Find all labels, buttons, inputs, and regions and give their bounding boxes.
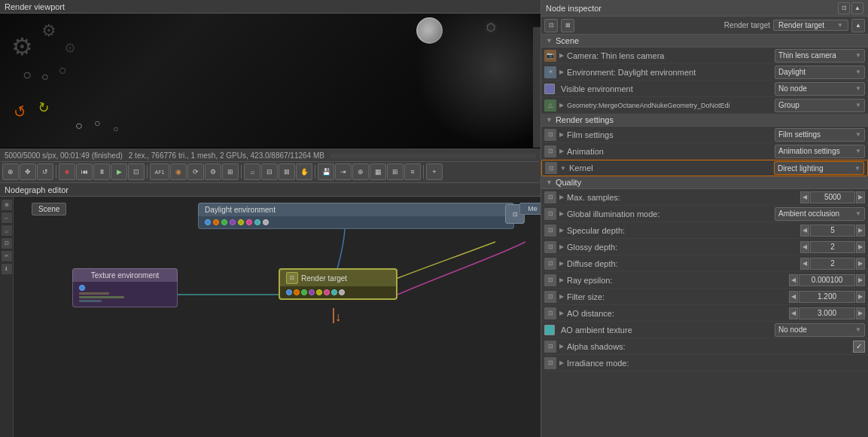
rt-port-4[interactable] (309, 289, 315, 295)
rt-port-8[interactable] (339, 289, 345, 295)
filter-stepper[interactable]: ◀ 1.200 ▶ (789, 291, 865, 303)
gi-dropdown[interactable]: Ambient occlusion ▼ (775, 207, 865, 221)
diffuse-value[interactable]: 2 (810, 258, 855, 270)
inspector-content[interactable]: ▼ Scene 📷 ▶ Camera: Thin lens camera Thi… (541, 35, 868, 437)
specular-dec[interactable]: ◀ (800, 225, 809, 237)
port-7[interactable] (254, 219, 260, 225)
render-target-dropdown[interactable]: Render target ▼ (773, 20, 848, 31)
tool-clone[interactable]: ⊕ (352, 163, 369, 180)
inspector-btn-1[interactable]: ⊡ (838, 2, 850, 14)
node-side-select[interactable]: ⊕ (2, 200, 12, 210)
inspector-tool-2[interactable]: ⊠ (561, 19, 574, 32)
filter-value[interactable]: 1.200 (799, 291, 855, 303)
tool-frame[interactable]: ⊟ (261, 163, 278, 180)
tool-color[interactable]: ◉ (170, 163, 187, 180)
ray-value[interactable]: 0.000100 (799, 274, 855, 286)
rt-port-3[interactable] (301, 289, 307, 295)
specular-inc[interactable]: ▶ (856, 225, 865, 237)
tool-af[interactable]: AF1 (150, 163, 169, 180)
node-side-frame[interactable]: ⊡ (2, 238, 12, 249)
max-samples-value[interactable]: 5000 (810, 191, 855, 203)
glossy-dec[interactable]: ◀ (800, 241, 809, 253)
tool-zoom[interactable]: ⌕ (244, 163, 260, 180)
node-side-move[interactable]: ↔ (2, 212, 12, 223)
me-node[interactable]: Me (519, 203, 541, 215)
node-graph-area[interactable]: Scene Daylight envir (14, 197, 541, 437)
tool-save[interactable]: 💾 (318, 163, 334, 180)
node-side-zoom[interactable]: ⌕ (2, 225, 12, 236)
port-8[interactable] (263, 219, 269, 225)
max-samples-stepper[interactable]: ◀ 5000 ▶ (800, 191, 865, 203)
rt-port-6[interactable] (324, 289, 330, 295)
rt-port-2[interactable] (294, 289, 300, 295)
specular-stepper[interactable]: ◀ 5 ▶ (800, 225, 865, 237)
node-side-info[interactable]: ℹ (2, 264, 12, 274)
visible-env-dropdown[interactable]: No node ▼ (775, 82, 865, 96)
ao-dist-value[interactable]: 3.000 (799, 307, 855, 319)
tool-stop[interactable]: ■ (59, 163, 75, 180)
tool-move[interactable]: ✥ (20, 163, 36, 180)
port-2[interactable] (213, 219, 219, 225)
animation-dropdown[interactable]: Animation settings ▼ (775, 145, 865, 158)
rt-port-5[interactable] (316, 289, 322, 295)
ray-inc[interactable]: ▶ (856, 274, 865, 286)
tool-record[interactable]: ⊡ (128, 163, 145, 180)
glossy-value[interactable]: 2 (810, 241, 855, 253)
render-settings-section-header[interactable]: ▼ Render settings (541, 114, 868, 127)
tool-refresh[interactable]: ⟳ (187, 163, 204, 180)
port-3[interactable] (221, 219, 227, 225)
tool-play[interactable]: ▶ (111, 163, 127, 180)
tool-pause[interactable]: ⏸ (93, 163, 110, 180)
daylight-node[interactable]: Daylight environment ⊡ (198, 203, 514, 229)
tool-rotate[interactable]: ↺ (37, 163, 53, 180)
tool-more2[interactable]: ⊞ (387, 163, 404, 180)
tool-prev[interactable]: ⏮ (76, 163, 93, 180)
tool-more3[interactable]: ≡ (404, 163, 421, 180)
camera-dropdown[interactable]: Thin lens camera ▼ (775, 49, 865, 63)
inspector-tool-1[interactable]: ⊡ (544, 19, 558, 32)
geometry-dropdown[interactable]: Group ▼ (775, 99, 865, 112)
ao-dist-inc[interactable]: ▶ (856, 307, 865, 319)
ao-dist-stepper[interactable]: ◀ 3.000 ▶ (789, 307, 865, 319)
inspector-tool-expand[interactable]: ▲ (851, 19, 865, 32)
nodegraph-canvas[interactable]: ⊕ ↔ ⌕ ⊡ ✂ ℹ Scene (0, 197, 541, 437)
tool-select[interactable]: ⊕ (2, 163, 19, 180)
max-samples-inc[interactable]: ▶ (856, 191, 865, 203)
node-side-cut[interactable]: ✂ (2, 251, 12, 261)
max-samples-dec[interactable]: ◀ (800, 191, 809, 203)
scene-section-header[interactable]: ▼ Scene (541, 35, 868, 47)
port-5[interactable] (238, 219, 244, 225)
tool-plus[interactable]: + (426, 163, 443, 180)
texture-node[interactable]: Texture environment (72, 268, 178, 307)
rt-port-7[interactable] (331, 289, 337, 295)
rt-port-1[interactable] (286, 289, 292, 295)
glossy-stepper[interactable]: ◀ 2 ▶ (800, 241, 865, 253)
diffuse-dec[interactable]: ◀ (800, 258, 809, 270)
film-dropdown[interactable]: Film settings ▼ (775, 128, 865, 142)
port-4[interactable] (230, 219, 236, 225)
kernel-dropdown[interactable]: Direct lighting ▼ (774, 161, 864, 175)
ray-dec[interactable]: ◀ (789, 274, 798, 286)
port-1[interactable] (205, 219, 211, 225)
port-6[interactable] (246, 219, 252, 225)
environment-dropdown[interactable]: Daylight ▼ (775, 66, 865, 79)
tool-settings1[interactable]: ⚙ (205, 163, 221, 180)
tex-port-1[interactable] (79, 285, 85, 291)
tool-pan[interactable]: ✋ (296, 163, 312, 180)
tool-settings2[interactable]: ⊞ (222, 163, 239, 180)
render-target-node[interactable]: ⊡ Render target (279, 268, 397, 300)
filter-inc[interactable]: ▶ (856, 291, 865, 303)
ray-stepper[interactable]: ◀ 0.000100 ▶ (789, 274, 865, 286)
tool-export[interactable]: ⇥ (335, 163, 352, 180)
ao-dist-dec[interactable]: ◀ (789, 307, 798, 319)
filter-dec[interactable]: ◀ (789, 291, 798, 303)
inspector-btn-2[interactable]: ▲ (851, 2, 863, 14)
diffuse-stepper[interactable]: ◀ 2 ▶ (800, 258, 865, 270)
tool-more1[interactable]: ▦ (370, 163, 386, 180)
ao-ambient-dropdown[interactable]: No node ▼ (775, 323, 865, 337)
diffuse-inc[interactable]: ▶ (856, 258, 865, 270)
render-scrollbar-right[interactable] (533, 27, 541, 148)
alpha-checkbox[interactable]: ✓ (853, 341, 865, 353)
specular-value[interactable]: 5 (810, 225, 855, 237)
quality-section-header[interactable]: ▼ Quality (541, 176, 868, 189)
